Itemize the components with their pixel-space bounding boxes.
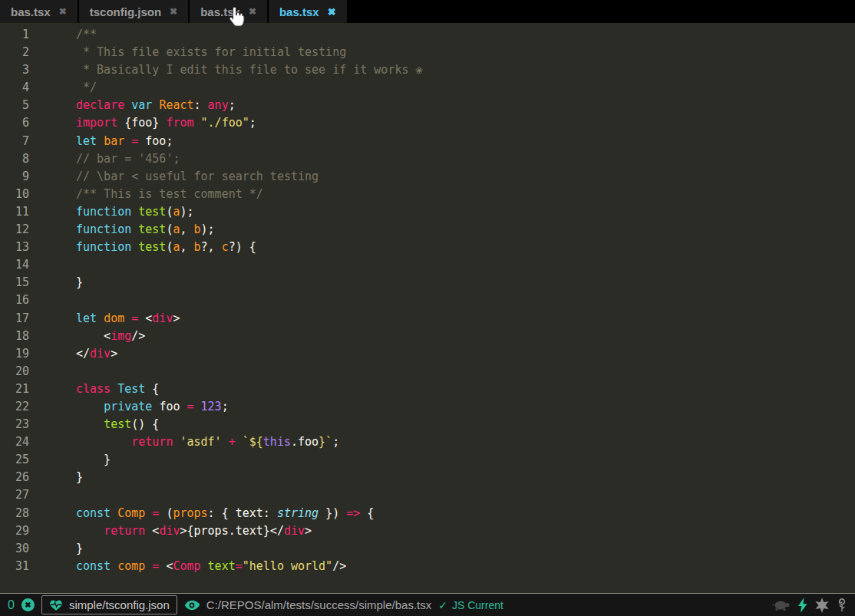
heart-pulse-icon: [49, 599, 63, 611]
code-line[interactable]: 28const Comp = (props: { text: string })…: [0, 505, 855, 522]
code-line[interactable]: 13function test(a, b?, c?) {: [0, 239, 855, 256]
line-number: 5: [0, 97, 29, 114]
tab-close-icon[interactable]: ✖: [170, 6, 177, 17]
code-line[interactable]: 14: [0, 256, 855, 274]
star-icon[interactable]: [814, 598, 830, 613]
code-line[interactable]: 22 private foo = 123;: [0, 398, 855, 416]
code-line[interactable]: 12function test(a, b);: [0, 221, 855, 239]
line-number: 28: [0, 505, 29, 522]
line-number: 1: [0, 26, 29, 44]
code-line[interactable]: 18 <img/>: [0, 328, 855, 345]
code-line[interactable]: 26}: [0, 469, 855, 486]
code-line[interactable]: 8// bar = '456';: [0, 150, 855, 168]
code-line[interactable]: 27: [0, 486, 855, 504]
line-number: 24: [0, 433, 29, 451]
code-line[interactable]: 1/**: [0, 26, 855, 44]
tab-label: bas.tsx: [11, 5, 51, 18]
turtle-icon[interactable]: [771, 598, 791, 612]
tab-tsconfig-json[interactable]: tsconfig.json✖: [79, 0, 188, 23]
line-number: 23: [0, 416, 29, 433]
tab-bas-tsx[interactable]: bas.tsx✖: [190, 0, 267, 23]
line-number: 11: [0, 203, 29, 221]
code-text: test() {: [76, 416, 159, 433]
line-number: 19: [0, 345, 29, 363]
line-number: 31: [0, 558, 29, 575]
code-line[interactable]: 17let dom = <div>: [0, 310, 855, 328]
status-bar: 0 ✖ simple/tsconfig.json C:/REPOS/alm/te…: [0, 593, 855, 616]
code-line[interactable]: 11function test(a);: [0, 203, 855, 221]
tab-bas-tsx[interactable]: bas.tsx✖: [269, 0, 347, 23]
code-line[interactable]: 29 return <div>{props.text}</div>: [0, 522, 855, 540]
close-circle-icon: ✖: [25, 601, 31, 609]
line-number: 20: [0, 363, 29, 380]
line-number: 3: [0, 61, 29, 79]
code-text: */: [76, 79, 97, 97]
file-path: C:/REPOS/alm/tests/success/simple/bas.ts…: [206, 598, 431, 611]
tab-close-icon[interactable]: ✖: [59, 6, 67, 17]
line-number: 7: [0, 133, 29, 150]
code-text: class Test {: [76, 380, 159, 398]
code-text: /**: [76, 26, 97, 44]
tab-label: tsconfig.json: [90, 5, 161, 18]
code-line[interactable]: 25 }: [0, 451, 855, 469]
line-number: 29: [0, 522, 29, 540]
code-text: * Basically I edit this file to see if i…: [76, 61, 423, 79]
code-text: /** This is test comment */: [76, 186, 263, 203]
line-number: 18: [0, 328, 29, 345]
code-line[interactable]: 10/** This is test comment */: [0, 186, 855, 203]
tab-label: bas.tsx: [200, 5, 240, 18]
code-editor[interactable]: 1/**2 * This file exists for initial tes…: [0, 23, 855, 593]
tab-bar: bas.tsx✖tsconfig.json✖bas.tsx✖bas.tsx✖: [0, 0, 855, 23]
code-text: // \bar < useful for search testing: [76, 168, 319, 186]
code-text: * This file exists for initial testing: [76, 44, 346, 61]
code-text: private foo = 123;: [76, 398, 229, 416]
line-number: 15: [0, 274, 29, 292]
code-line[interactable]: 6import {foo} from "./foo";: [0, 114, 855, 132]
code-text: }: [76, 451, 111, 469]
code-line[interactable]: 3 * Basically I edit this file to see if…: [0, 61, 855, 79]
code-line[interactable]: 15}: [0, 274, 855, 292]
active-project-selector[interactable]: simple/tsconfig.json: [41, 595, 177, 614]
code-line[interactable]: 2 * This file exists for initial testing: [0, 44, 855, 61]
line-number: 25: [0, 451, 29, 469]
line-number: 4: [0, 79, 29, 97]
eye-icon[interactable]: [184, 600, 200, 611]
tab-label: bas.tsx: [279, 5, 319, 18]
line-number: 16: [0, 292, 29, 309]
rose-icon[interactable]: [837, 598, 847, 613]
code-text: function test(a);: [76, 203, 194, 221]
line-number: 22: [0, 398, 29, 416]
code-text: const Comp = (props: { text: string }) =…: [76, 505, 374, 522]
code-text: let bar = foo;: [76, 133, 173, 150]
code-line[interactable]: 23 test() {: [0, 416, 855, 433]
code-text: }: [76, 274, 83, 292]
lightning-icon[interactable]: [798, 598, 807, 613]
line-number: 21: [0, 380, 29, 398]
code-line[interactable]: 4 */: [0, 79, 855, 97]
clear-errors-button[interactable]: ✖: [21, 598, 35, 611]
line-number: 17: [0, 310, 29, 328]
code-line[interactable]: 30}: [0, 540, 855, 558]
code-line[interactable]: 21class Test {: [0, 380, 855, 398]
line-number: 2: [0, 44, 29, 61]
code-line[interactable]: 16: [0, 292, 855, 309]
code-text: let dom = <div>: [76, 310, 180, 328]
line-number: 6: [0, 114, 29, 132]
tab-close-icon[interactable]: ✖: [249, 6, 256, 17]
line-number: 27: [0, 486, 29, 504]
code-line[interactable]: 20: [0, 363, 855, 380]
code-line[interactable]: 31const comp = <Comp text="hello world"/…: [0, 558, 855, 575]
code-line[interactable]: 5declare var React: any;: [0, 97, 855, 114]
code-text: return 'asdf' + `${this.foo}`;: [76, 433, 339, 451]
code-line[interactable]: 19</div>: [0, 345, 855, 363]
tab-close-icon[interactable]: ✖: [328, 6, 336, 18]
code-line[interactable]: 9// \bar < useful for search testing: [0, 168, 855, 186]
code-line[interactable]: 24 return 'asdf' + `${this.foo}`;: [0, 433, 855, 451]
line-number: 26: [0, 469, 29, 486]
code-text: function test(a, b?, c?) {: [76, 239, 256, 256]
code-text: }: [76, 540, 83, 558]
tab-bas-tsx[interactable]: bas.tsx✖: [0, 0, 78, 23]
code-line[interactable]: 7let bar = foo;: [0, 133, 855, 150]
line-number: 14: [0, 256, 29, 274]
error-count: 0: [8, 598, 15, 612]
